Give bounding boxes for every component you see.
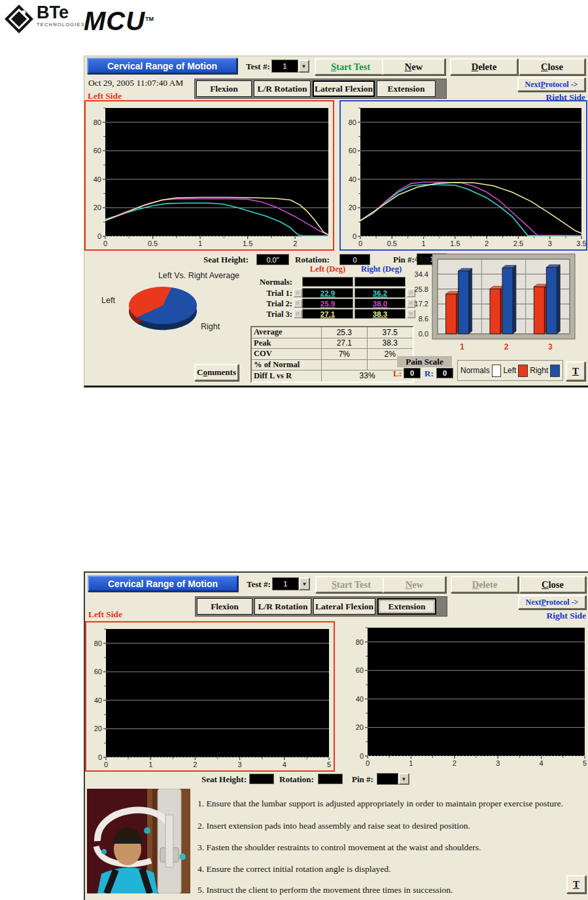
pin-number-dropdown[interactable]: ▼ — [377, 773, 409, 785]
trial1-left-redo-button[interactable]: R — [294, 289, 302, 297]
delete-button[interactable]: Delete — [450, 58, 518, 75]
svg-text:0: 0 — [97, 232, 101, 240]
tab-lateral-flexion[interactable]: Lateral Flexion — [313, 81, 375, 97]
svg-text:1.5: 1.5 — [243, 240, 252, 247]
svg-text:1: 1 — [148, 761, 152, 768]
seat-height-value — [249, 774, 274, 784]
pin-number-label: Pin #: — [352, 774, 373, 785]
pain-right-value[interactable]: 0 — [436, 368, 453, 378]
test-number-dropdown[interactable]: 1 ▼ — [271, 60, 309, 73]
svg-text:3: 3 — [548, 342, 553, 351]
svg-text:3: 3 — [496, 759, 500, 767]
table-row: Diff L vs R 33% — [252, 370, 413, 382]
svg-text:5: 5 — [327, 761, 331, 768]
comments-button[interactable]: Comments — [194, 364, 239, 381]
right-chart-frame: 020406080012345 — [348, 621, 588, 772]
svg-text:0: 0 — [98, 753, 102, 761]
left-chart-frame: 02040608000.511.52 — [84, 100, 334, 251]
new-button[interactable]: New — [382, 58, 445, 75]
trial1-right-value[interactable]: 36.2 — [355, 288, 406, 298]
rotation-label: Rotation: — [295, 255, 330, 265]
pie-top — [129, 287, 197, 324]
delete-button: Delete — [451, 576, 519, 593]
trial1-left-value[interactable]: 22.9 — [302, 288, 353, 298]
svg-text:4: 4 — [540, 759, 544, 767]
svg-text:0: 0 — [104, 761, 108, 768]
svg-text:0.5: 0.5 — [148, 240, 158, 247]
crom-window-lateral-flexion: Cervical Range of Motion Test #: 1 ▼ Sta… — [84, 56, 588, 387]
tab-flexion[interactable]: Flexion — [197, 598, 252, 615]
chevron-down-icon[interactable]: ▼ — [398, 773, 409, 785]
next-protocol-button[interactable]: Next Protocol -> — [517, 77, 585, 92]
right-side-label: Right Side — [547, 611, 586, 621]
tab-extension[interactable]: Extension — [377, 598, 436, 615]
svg-text:0: 0 — [358, 240, 362, 247]
chevron-down-icon[interactable]: ▼ — [299, 577, 310, 590]
trial2-left-redo-button[interactable]: R — [294, 299, 302, 308]
test-number-label: Test #: — [246, 62, 270, 72]
trials-bar-chart: 0.08.617.225.834.443.0123 — [406, 253, 587, 356]
instruction-step-2: 2. Insert extension pads into head assem… — [198, 821, 587, 831]
svg-text:2: 2 — [453, 759, 457, 767]
toggle-table-button[interactable]: T — [566, 875, 586, 893]
right-trials-chart-empty: 020406080012345 — [348, 621, 588, 769]
svg-text:4: 4 — [283, 761, 286, 768]
svg-text:0.5: 0.5 — [387, 240, 397, 247]
table-row: Peak 27.1 38.3 — [252, 338, 413, 350]
pain-left-value[interactable]: 0 — [404, 368, 421, 378]
right-deg-header: Right (Deg) — [355, 264, 407, 274]
crom-window-extension: Cervical Range of Motion Test #: 1 ▼ Sta… — [84, 571, 588, 900]
svg-text:43.0: 43.0 — [415, 255, 428, 263]
trial3-left-redo-button[interactable]: R — [294, 310, 302, 318]
tab-lateral-flexion[interactable]: Lateral Flexion — [313, 598, 375, 615]
normals-row-label: Normals: — [248, 278, 292, 287]
trial2-right-value[interactable]: 38.0 — [355, 298, 406, 308]
pie-right-label: Right — [201, 322, 220, 331]
svg-text:1: 1 — [409, 759, 413, 767]
start-test-button[interactable]: Start Test — [315, 58, 387, 75]
left-deg-header: Left (Deg) — [302, 264, 354, 274]
svg-text:80: 80 — [349, 118, 356, 126]
svg-text:0.0: 0.0 — [419, 330, 428, 338]
svg-text:2: 2 — [504, 342, 509, 351]
window-title: Cervical Range of Motion — [87, 58, 237, 74]
rotation-value — [318, 774, 343, 784]
seat-height-label: Seat Height: — [201, 774, 247, 785]
trial2-row-label: Trial 2: — [248, 299, 292, 309]
right-trials-chart: 02040608000.511.522.533.5 — [341, 101, 586, 249]
svg-text:80: 80 — [94, 639, 102, 647]
tab-lr-rotation[interactable]: L/R Rotation — [254, 598, 311, 615]
trademark-symbol: TM — [145, 16, 154, 22]
trial2-left-value[interactable]: 25.9 — [302, 298, 353, 308]
instruction-step-4: 4. Ensure the correct initial rotation a… — [198, 864, 587, 874]
new-button: New — [383, 576, 446, 593]
close-button[interactable]: Close — [519, 576, 586, 593]
left-swatch — [518, 365, 528, 377]
trial3-left-value[interactable]: 27.1 — [302, 309, 353, 319]
svg-text:5: 5 — [583, 759, 587, 767]
next-protocol-button[interactable]: Next Protocol -> — [518, 595, 586, 609]
toggle-table-button[interactable]: T — [566, 361, 585, 381]
instruction-step-5: 5. Instruct the client to perform the mo… — [198, 885, 587, 895]
tab-flexion[interactable]: Flexion — [196, 81, 252, 97]
test-number-label: Test #: — [247, 579, 271, 590]
left-side-label: Left Side — [88, 609, 122, 620]
test-number-dropdown[interactable]: 1 ▼ — [272, 577, 310, 590]
start-test-button: Start Test — [315, 576, 387, 593]
svg-text:1: 1 — [460, 342, 464, 351]
close-button[interactable]: Close — [519, 58, 585, 75]
svg-text:0: 0 — [353, 232, 356, 240]
svg-text:25.8: 25.8 — [415, 285, 428, 293]
bte-wordmark: BTe — [37, 4, 87, 21]
svg-text:1: 1 — [198, 240, 202, 247]
svg-text:8.6: 8.6 — [419, 315, 428, 323]
protocol-tabstrip: Flexion L/R Rotation Lateral Flexion Ext… — [195, 596, 447, 617]
trial3-right-value[interactable]: 38.3 — [355, 309, 406, 319]
pain-scale-title: Pain Scale — [397, 356, 452, 367]
svg-text:60: 60 — [356, 666, 364, 674]
svg-text:0: 0 — [366, 759, 370, 767]
chevron-down-icon[interactable]: ▼ — [298, 60, 309, 73]
pain-right-label: R: — [424, 369, 434, 379]
tab-lr-rotation[interactable]: L/R Rotation — [254, 81, 311, 97]
tab-extension[interactable]: Extension — [377, 81, 436, 97]
